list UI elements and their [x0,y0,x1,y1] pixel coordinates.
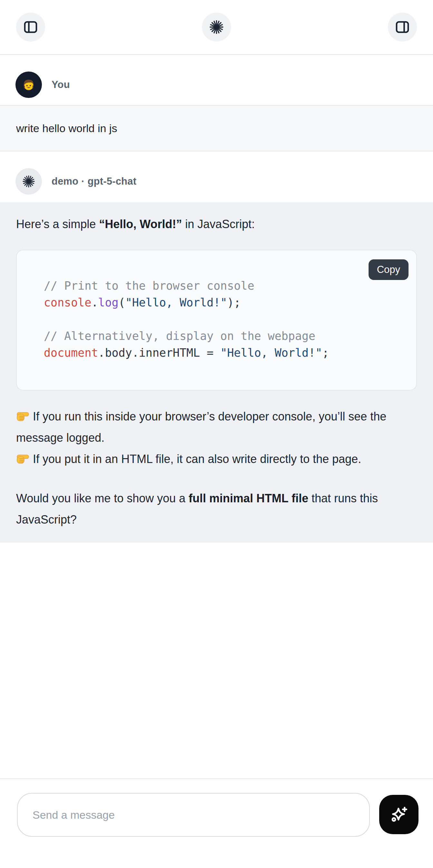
new-chat-button[interactable] [202,12,231,41]
assistant-intro-text: Here’s a simple “Hello, World!” in JavaS… [16,214,417,235]
user-message: write hello world in js [0,105,433,151]
assistant-header-row: demo · gpt-5-chat [0,151,433,202]
bullet-line: If you run this inside your browser’s de… [16,406,417,448]
panel-toggle-button[interactable] [388,12,417,41]
panel-left-icon [23,19,38,35]
pointing-hand-icon [16,452,30,465]
top-bar [0,0,433,55]
assistant-message: Here’s a simple “Hello, World!” in JavaS… [0,202,433,542]
sparkles-icon [389,804,409,825]
copy-button[interactable]: Copy [369,259,408,280]
panel-right-icon [395,19,410,35]
assistant-bullets: If you run this inside your browser’s de… [16,406,417,470]
bullet-line: If you put it in an HTML file, it can al… [16,448,417,470]
code-content: // Print to the browser consoleconsole.l… [17,250,416,390]
sidebar-toggle-button[interactable] [16,12,45,41]
code-block: Copy // Print to the browser consolecons… [16,250,417,391]
user-header-row: You [0,55,433,105]
assistant-question-text: Would you like me to show you a full min… [16,488,417,530]
user-name-label: You [52,79,70,91]
composer-bar [0,778,433,847]
user-message-text: write hello world in js [16,122,117,135]
send-button[interactable] [379,795,419,834]
assistant-name-label: demo · gpt-5-chat [52,176,136,187]
assistant-avatar [16,168,42,195]
chat-empty-space [0,542,433,778]
starburst-icon [209,19,224,35]
pointing-hand-icon [16,409,30,423]
person-emoji-icon [20,76,37,93]
message-input[interactable] [17,793,370,837]
code-lines: // Print to the browser consoleconsole.l… [44,277,403,361]
user-avatar [16,71,42,98]
starburst-icon [22,175,35,188]
